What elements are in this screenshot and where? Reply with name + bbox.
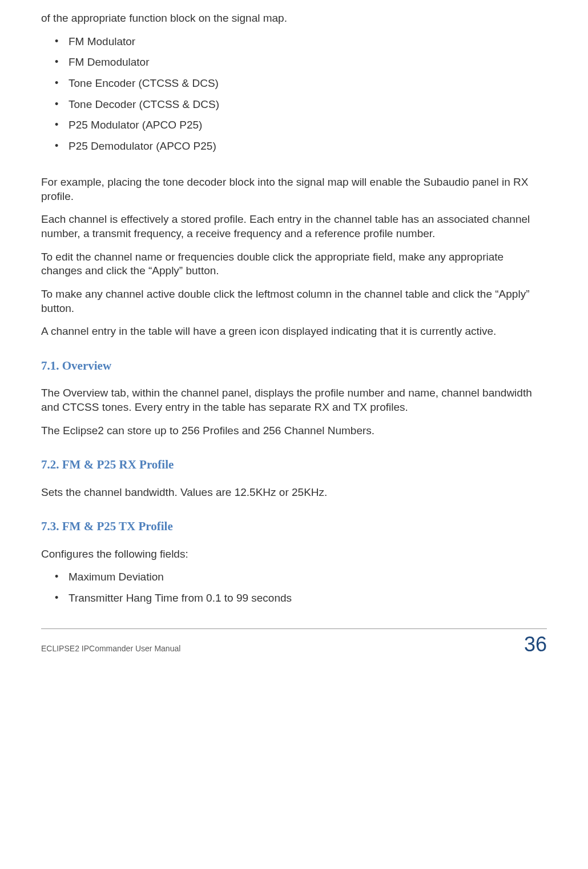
body-paragraph: Configures the following fields:	[41, 547, 547, 562]
page-footer: ECLIPSE2 IPCommander User Manual 36	[41, 628, 547, 658]
list-item: FM Modulator	[41, 35, 547, 49]
body-paragraph: The Overview tab, within the channel pan…	[41, 386, 547, 414]
function-block-list: FM Modulator FM Demodulator Tone Encoder…	[41, 35, 547, 154]
list-item: P25 Demodulator (APCO P25)	[41, 139, 547, 154]
section-heading-7-2: 7.2. FM & P25 RX Profile	[41, 457, 547, 472]
list-item: Transmitter Hang Time from 0.1 to 99 sec…	[41, 591, 547, 606]
body-paragraph: Sets the channel bandwidth. Values are 1…	[41, 486, 547, 500]
list-item: Tone Encoder (CTCSS & DCS)	[41, 77, 547, 91]
body-paragraph: Each channel is effectively a stored pro…	[41, 213, 547, 241]
footer-title: ECLIPSE2 IPCommander User Manual	[41, 643, 180, 654]
section-heading-7-3: 7.3. FM & P25 TX Profile	[41, 519, 547, 534]
list-item: P25 Modulator (APCO P25)	[41, 118, 547, 133]
list-item: Maximum Deviation	[41, 570, 547, 584]
body-paragraph: The Eclipse2 can store up to 256 Profile…	[41, 424, 547, 438]
body-paragraph: To make any channel active double click …	[41, 287, 547, 315]
intro-fragment: of the appropriate function block on the…	[41, 11, 547, 26]
body-paragraph: For example, placing the tone decoder bl…	[41, 175, 547, 203]
body-paragraph: A channel entry in the table will have a…	[41, 325, 547, 339]
page-number: 36	[524, 631, 547, 658]
list-item: FM Demodulator	[41, 55, 547, 70]
body-paragraph: To edit the channel name or frequencies …	[41, 250, 547, 278]
list-item: Tone Decoder (CTCSS & DCS)	[41, 98, 547, 112]
tx-profile-fields-list: Maximum Deviation Transmitter Hang Time …	[41, 570, 547, 605]
section-heading-7-1: 7.1. Overview	[41, 358, 547, 374]
